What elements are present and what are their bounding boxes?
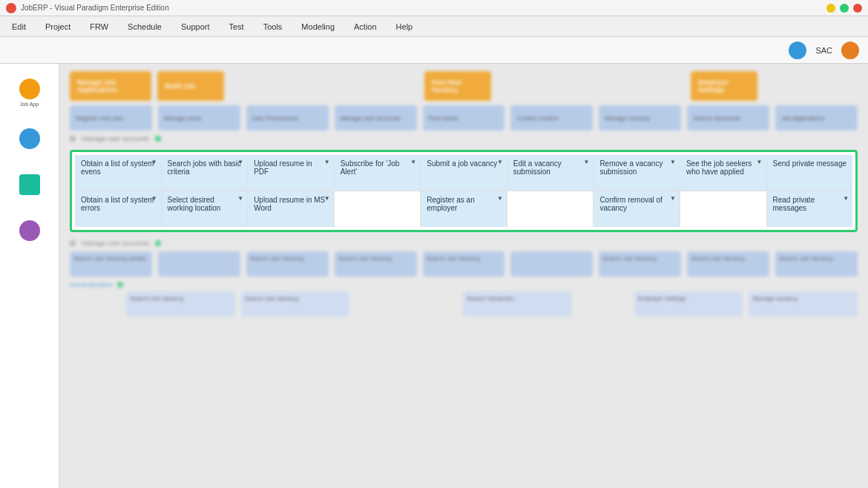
focus-cell-empty-3 — [680, 191, 767, 227]
generalization-text: Generalization — [70, 281, 113, 288]
sep-green-dot-lower — [155, 240, 161, 246]
bottom-card-3: Employer Settings — [634, 291, 743, 317]
lower-blue-card-4: Search Job Vacancy — [423, 251, 505, 277]
app-title: JobERP - Visual Paradigm Enterprise Edit… — [21, 4, 169, 12]
blurred-lower-section: Manage user accounts Search Job Vacancy … — [70, 240, 858, 317]
minimize-button[interactable] — [826, 4, 835, 13]
dropdown-arrow-r2-2: ▼ — [324, 195, 330, 202]
menu-support[interactable]: Support — [178, 19, 213, 34]
lower-blue-row: Search Job Vacancy details Search Job Va… — [70, 251, 858, 277]
sidebar: Job App — [0, 64, 59, 488]
focus-cell-submit-vacancy[interactable]: Submit a job vacancy ▼ — [421, 155, 507, 191]
orange-card-1: Build Job — [157, 71, 224, 101]
sidebar-item-1[interactable] — [7, 119, 52, 159]
blue-card-1: Manage users — [158, 105, 240, 131]
bottom-card-0: Search Job Vacancy — [126, 291, 235, 317]
close-button[interactable] — [853, 4, 862, 13]
menu-modeling[interactable]: Modeling — [298, 19, 338, 34]
dropdown-arrow-1: ▼ — [237, 159, 243, 165]
focus-row-2: Obtain a list of system errors ▼ Select … — [75, 191, 852, 227]
focus-cell-subscribe-job-alert[interactable]: Subscribe for 'Job Alert' ▼ — [335, 155, 421, 191]
dropdown-arrow-r2-1: ▼ — [237, 195, 243, 202]
dropdown-arrow-6: ▼ — [670, 159, 676, 165]
sidebar-icon-0 — [19, 79, 40, 99]
toolbar-user-label: SAC — [815, 46, 832, 55]
cell-text-see-seekers: See the job seekers who have applied — [686, 159, 760, 176]
cell-text-obtain-system-evens: Obtain a list of system evens — [81, 159, 155, 176]
focus-cell-empty-2 — [507, 191, 594, 227]
maximize-button[interactable] — [840, 4, 849, 13]
blue-card-6: Manage vacancy — [599, 105, 681, 131]
app-icon — [6, 3, 16, 13]
orange-cards-row: Manage Job Applications Build Job Post N… — [70, 71, 858, 101]
window-controls[interactable] — [826, 4, 862, 13]
toolbar: SAC — [0, 37, 868, 64]
dropdown-arrow-3: ▼ — [410, 159, 416, 165]
menu-action[interactable]: Action — [351, 19, 380, 34]
menu-project[interactable]: Project — [42, 19, 73, 34]
blue-card-2: User Permissions — [246, 105, 329, 131]
blue-card-3: Manage user accounts — [335, 105, 417, 131]
focus-cell-upload-pdf[interactable]: Upload resume in PDF ▼ — [248, 155, 335, 191]
menu-test[interactable]: Test — [226, 19, 246, 34]
section-sep-lower: Manage user accounts — [70, 240, 858, 247]
main-layout: Job App Manage Job Applications Build Jo… — [0, 64, 868, 488]
sidebar-item-3[interactable] — [7, 211, 52, 251]
bottom-cards-row: Search Job Vacancy Search Job Vacancy Se… — [70, 291, 858, 317]
sidebar-label-0: Job App — [20, 102, 39, 107]
orange-card-2: Post New Vacancy — [424, 71, 491, 101]
focus-cell-search-jobs[interactable]: Search jobs with basic criteria ▼ — [162, 155, 249, 191]
sidebar-icon-3 — [19, 220, 40, 241]
bottom-card-1: Search Job Vacancy — [241, 291, 350, 317]
sep-label: Manage user accounts — [82, 135, 149, 142]
cell-text-send-private-msg: Send private message — [773, 159, 847, 168]
lower-blue-card-6: Search Job Vacancy — [599, 251, 681, 277]
focus-cell-remove-vacancy[interactable]: Remove a vacancy submission ▼ — [594, 155, 680, 191]
blue-card-8: Job Applications — [775, 105, 858, 131]
blue-card-0: Register new user — [70, 105, 152, 131]
cell-text-register-employer: Register as an employer — [427, 196, 501, 212]
generalization-label: Generalization — [70, 281, 858, 288]
bottom-card-2: Search Vacancies — [463, 291, 572, 317]
dropdown-arrow-2: ▼ — [324, 159, 330, 165]
focus-box: Obtain a list of system evens ▼ Search j… — [70, 150, 858, 232]
focus-cell-send-private-msg[interactable]: Send private message — [767, 155, 853, 191]
title-bar: JobERP - Visual Paradigm Enterprise Edit… — [0, 0, 868, 16]
content-area: Manage Job Applications Build Job Post N… — [59, 64, 868, 488]
gen-dot — [117, 282, 123, 288]
focus-cell-edit-vacancy[interactable]: Edit a vacancy submission ▼ — [507, 155, 594, 191]
sep-dot-lower — [70, 240, 76, 246]
sidebar-item-2[interactable] — [7, 165, 52, 205]
dropdown-arrow-r2-0: ▼ — [151, 195, 157, 202]
blue-cards-row: Register new user Manage users User Perm… — [70, 105, 858, 131]
focus-cell-read-private-msg[interactable]: Read private messages ▼ — [767, 191, 853, 227]
focus-cell-obtain-system-evens[interactable]: Obtain a list of system evens ▼ — [75, 155, 162, 191]
menu-help[interactable]: Help — [393, 19, 416, 34]
cell-text-confirm-removal: Confirm removal of vacancy — [599, 196, 674, 212]
menu-edit[interactable]: Edit — [9, 19, 29, 34]
toolbar-avatar — [789, 42, 806, 59]
menu-frw[interactable]: FRW — [87, 19, 111, 34]
sep-label-lower: Manage user accounts — [82, 240, 149, 247]
menu-tools[interactable]: Tools — [260, 19, 286, 34]
menu-bar: Edit Project FRW Schedule Support Test T… — [0, 16, 868, 37]
cell-text-upload-msword: Upload resume in MS Word — [254, 196, 328, 212]
menu-schedule[interactable]: Schedule — [125, 19, 165, 34]
lower-blue-card-0: Search Job Vacancy details — [70, 251, 152, 277]
focus-cell-see-seekers[interactable]: See the job seekers who have applied ▼ — [680, 155, 767, 191]
focus-cell-upload-msword[interactable]: Upload resume in MS Word ▼ — [248, 191, 335, 227]
cell-text-edit-vacancy: Edit a vacancy submission — [513, 159, 588, 176]
blue-card-4: Post Notice — [423, 105, 505, 131]
section-sep-top: Manage user accounts — [70, 135, 858, 142]
focus-cell-obtain-errors[interactable]: Obtain a list of system errors ▼ — [75, 191, 162, 227]
sidebar-item-0[interactable]: Job App — [7, 73, 52, 113]
blue-card-5: Confirm confirm — [510, 105, 593, 131]
blurred-top-section: Manage Job Applications Build Job Post N… — [70, 71, 858, 142]
bottom-card-4: Manage vacancy — [749, 291, 858, 317]
focus-cell-confirm-removal[interactable]: Confirm removal of vacancy ▼ — [594, 191, 680, 227]
cell-text-remove-vacancy: Remove a vacancy submission — [599, 159, 674, 176]
toolbar-avatar2 — [841, 42, 859, 59]
focus-cell-select-location[interactable]: Select desired working location ▼ — [162, 191, 249, 227]
focus-cell-register-employer[interactable]: Register as an employer ▼ — [421, 191, 507, 227]
sidebar-icon-2 — [19, 174, 40, 195]
